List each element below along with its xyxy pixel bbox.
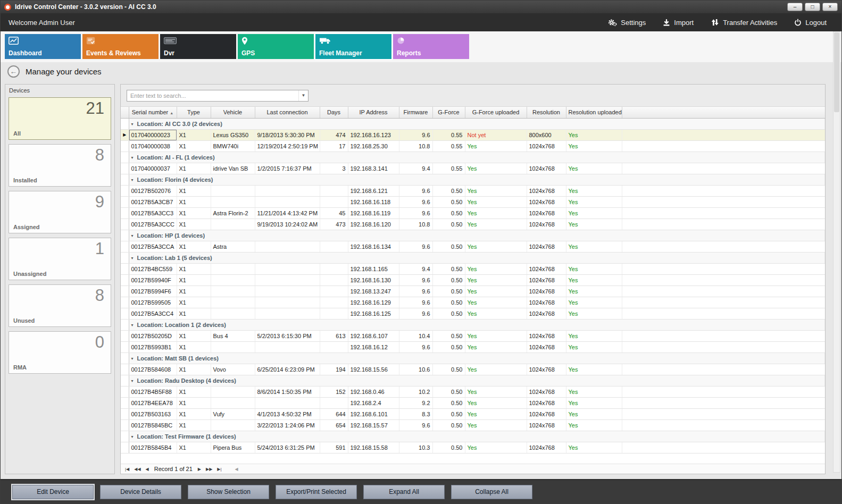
collapse-all-button[interactable]: Collapse All <box>451 485 532 499</box>
row-indicator <box>121 364 129 375</box>
tab-dashboard[interactable]: Dashboard <box>5 34 81 59</box>
import-button[interactable]: Import <box>663 19 694 27</box>
group-row[interactable]: ▾Location: AI - FL (1 devices) <box>121 152 825 163</box>
logout-button[interactable]: Logout <box>794 19 827 27</box>
group-row[interactable]: ▾Location: Matt SB (1 devices) <box>121 352 825 364</box>
line-chart-icon <box>9 37 19 47</box>
group-row[interactable]: ▾Location: Lab 1 (5 devices) <box>121 252 825 263</box>
expand-all-button[interactable]: Expand All <box>363 485 445 499</box>
column-header-serial-number[interactable]: Serial number ▲ <box>129 107 177 118</box>
tab-dvr[interactable]: Dvr <box>160 34 236 59</box>
last-record-button[interactable]: ▶| <box>217 467 221 472</box>
previous-record-button[interactable]: ◀ <box>146 467 149 472</box>
settings-button[interactable]: Settings <box>608 19 646 27</box>
cell-resolution-uploaded: Yes <box>566 196 622 207</box>
search-input[interactable] <box>127 90 298 101</box>
cell-days <box>320 308 348 319</box>
column-header-days[interactable]: Days <box>320 107 348 118</box>
device-row[interactable]: 00127B4EEA78X1192.168.2.49.20.50Yes1024x… <box>121 397 825 408</box>
collapse-group-icon[interactable]: ▾ <box>131 356 134 361</box>
collapse-group-icon[interactable]: ▾ <box>131 256 134 261</box>
collapse-group-icon[interactable]: ▾ <box>131 155 134 160</box>
device-filter-unused[interactable]: 8Unused <box>9 284 111 327</box>
device-row[interactable]: 00127B503163X1Vufy4/1/2013 4:50:32 PM644… <box>121 408 825 419</box>
back-button[interactable]: ← <box>7 65 20 78</box>
column-header-firmware[interactable]: Firmware <box>399 107 432 118</box>
cell-firmware: 9.6 <box>399 285 432 297</box>
group-row[interactable]: ▾Location: AI CC 3.0 (2 devices) <box>121 118 825 129</box>
first-record-button[interactable]: |◀ <box>125 467 129 472</box>
device-row[interactable]: 00127B5845B4X1Pipera Bus5/24/2013 6:31:2… <box>121 442 825 453</box>
collapse-group-icon[interactable]: ▾ <box>131 379 134 383</box>
cell-resolution: 1024x768 <box>527 163 566 174</box>
device-details-button[interactable]: Device Details <box>100 485 181 499</box>
device-row[interactable]: 00127B5A3CCCX19/19/2013 10:24:02 AM47319… <box>121 219 825 230</box>
group-row[interactable]: ▾Location: Location 1 (2 devices) <box>121 319 825 330</box>
group-row[interactable]: ▾Location: Radu Desktop (4 devices) <box>121 375 825 386</box>
next-page-button[interactable]: ▶▶ <box>206 467 212 472</box>
collapse-group-icon[interactable]: ▾ <box>131 434 134 439</box>
device-row[interactable]: 017040000037X1idrive Van SB1/2/2015 7:16… <box>121 163 825 174</box>
next-record-button[interactable]: ▶ <box>198 467 201 472</box>
scrollbar-thumb[interactable] <box>834 32 839 112</box>
device-filter-rma[interactable]: 0RMA <box>9 331 111 374</box>
device-row[interactable]: 00127B50205DX1Bus 45/2/2013 6:15:30 PM61… <box>121 330 825 341</box>
device-row[interactable]: 017040000038X1BMW740i12/19/2014 2:50:19 … <box>121 140 825 152</box>
device-row[interactable]: 00127B4BC559X1192.168.1.1659.40.50Yes102… <box>121 263 825 274</box>
collapse-group-icon[interactable]: ▾ <box>131 178 134 182</box>
device-row[interactable]: 00127B5994F6X1192.168.13.2479.60.50Yes10… <box>121 285 825 297</box>
device-filter-assigned[interactable]: 9Assigned <box>9 191 111 233</box>
collapse-group-icon[interactable]: ▾ <box>131 323 134 327</box>
device-row[interactable]: 00127B4B5F88X18/6/2014 1:50:35 PM152192.… <box>121 386 825 397</box>
device-row[interactable]: 00127B584608X1Vovo6/25/2014 6:23:09 PM19… <box>121 364 825 375</box>
group-row[interactable]: ▾Location: Florin (4 devices) <box>121 174 825 185</box>
device-row[interactable]: 00127B502076X1192.168.6.1219.60.50Yes102… <box>121 185 825 196</box>
device-row[interactable]: ▶017040000023X1Lexus GS3509/18/2013 5:30… <box>121 129 825 140</box>
device-row[interactable]: 00127B599505X1192.168.16.1299.60.50Yes10… <box>121 297 825 308</box>
collapse-group-icon[interactable]: ▾ <box>131 233 134 238</box>
previous-page-button[interactable]: ◀◀ <box>134 467 140 472</box>
column-header-vehicle[interactable]: Vehicle <box>211 107 255 118</box>
column-header-g-force-uploaded[interactable]: G-Force uploaded <box>465 107 527 118</box>
device-row[interactable]: 00127B59940FX1192.168.16.1309.60.50Yes10… <box>121 274 825 285</box>
filter-count: 9 <box>95 192 104 212</box>
cell-vehicle <box>211 219 255 230</box>
window-scrollbar[interactable] <box>833 31 840 473</box>
column-header-g-force[interactable]: G-Force <box>432 107 465 118</box>
device-row[interactable]: 00127B5993B1X1192.168.16.129.60.50Yes102… <box>121 341 825 352</box>
device-row[interactable]: 00127B5A3CB7X1192.168.16.1189.60.50Yes10… <box>121 196 825 207</box>
cell-resolution: 1024x768 <box>527 140 566 152</box>
device-row[interactable]: 00127B5A3CCAX1Astra192.168.16.1349.60.50… <box>121 241 825 252</box>
minimize-button[interactable]: – <box>787 3 803 11</box>
cell-g-force: 0.50 <box>432 364 465 375</box>
tab-events-reviews[interactable]: Events & Reviews <box>82 34 159 59</box>
combo-dropdown-icon[interactable]: ▼ <box>298 90 308 101</box>
column-header-last-connection[interactable]: Last connection <box>255 107 320 118</box>
tab-reports[interactable]: Reports <box>393 34 469 59</box>
export-print-selected-button[interactable]: Export/Print Selected <box>276 485 357 499</box>
pager-scroll-left-button[interactable]: ◀ <box>235 467 238 472</box>
tab-gps[interactable]: GPS <box>238 34 314 59</box>
group-row[interactable]: ▾Location: Test Firmware (1 devices) <box>121 431 825 442</box>
group-row[interactable]: ▾Location: HP (1 devices) <box>121 230 825 241</box>
close-button[interactable]: × <box>822 3 838 11</box>
device-row[interactable]: 00127B5845BCX13/22/2013 1:24:06 PM654192… <box>121 419 825 431</box>
column-header-resolution[interactable]: Resolution <box>527 107 566 118</box>
show-selection-button[interactable]: Show Selection <box>188 485 269 499</box>
device-filter-unassigned[interactable]: 1Unassigned <box>9 238 111 280</box>
cell-firmware: 9.6 <box>399 297 432 308</box>
maximize-button[interactable]: □ <box>805 3 820 11</box>
column-header-ip-address[interactable]: IP Address <box>348 107 399 118</box>
tab-fleet-manager[interactable]: Fleet Manager <box>315 34 391 59</box>
device-row[interactable]: 00127B5A3CC4X1192.168.16.1259.60.50Yes10… <box>121 308 825 319</box>
edit-device-button[interactable]: Edit Device <box>12 485 94 499</box>
collapse-group-icon[interactable]: ▾ <box>131 122 134 127</box>
cell-g-force: 0.50 <box>432 285 465 297</box>
column-header-type[interactable]: Type <box>177 107 211 118</box>
device-filter-installed[interactable]: 8Installed <box>9 144 111 187</box>
transfer-activities-button[interactable]: Transfer Activities <box>711 19 777 27</box>
column-header-resolution-uploaded[interactable]: Resolution uploaded <box>566 107 622 118</box>
device-row[interactable]: 00127B5A3CC3X1Astra Florin-211/21/2014 4… <box>121 207 825 219</box>
device-filter-all[interactable]: 21All <box>9 97 111 140</box>
cell-last-connection <box>255 397 320 408</box>
